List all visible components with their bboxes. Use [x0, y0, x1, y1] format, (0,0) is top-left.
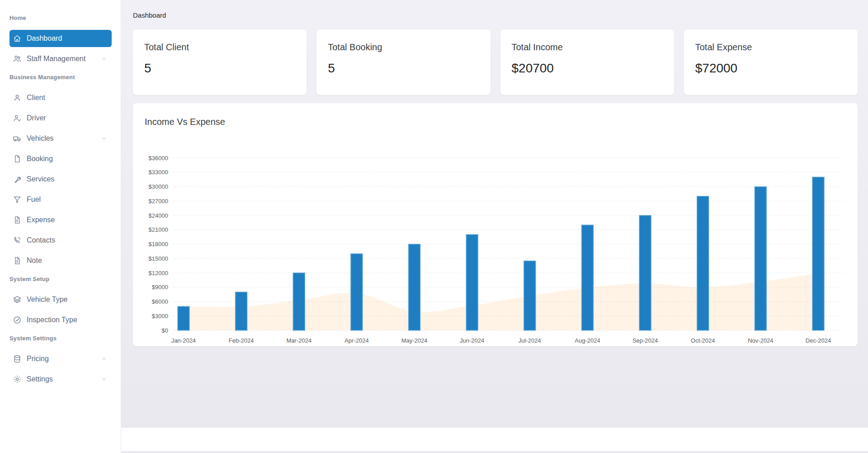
bar-jun-2024 [466, 234, 478, 330]
sidebar-item-services[interactable]: Services [9, 171, 112, 188]
chevron-down-icon [101, 135, 107, 142]
sidebar-item-label: Dashboard [27, 34, 62, 43]
sidebar-section-system-setup: System Setup [9, 276, 111, 283]
x-axis-tick: Jun-2024 [460, 337, 484, 344]
sidebar-item-vehicles[interactable]: Vehicles [9, 130, 112, 147]
y-axis-tick: $12000 [149, 270, 168, 277]
sidebar-item-label: Settings [27, 375, 53, 384]
sidebar-item-label: Staff Management [27, 54, 85, 63]
stat-card-title: Total Booking [328, 41, 479, 53]
vehicle-type-icon [13, 295, 22, 304]
y-axis-tick: $3000 [152, 313, 168, 319]
x-axis-tick: Jul-2024 [519, 337, 541, 344]
sidebar: HomeDashboardStaff ManagementBusiness Ma… [0, 0, 121, 453]
sidebar-item-dashboard[interactable]: Dashboard [9, 30, 112, 47]
sidebar-item-booking[interactable]: Booking [9, 150, 112, 167]
sidebar-item-fuel[interactable]: Fuel [9, 191, 112, 208]
bar-dec-2024 [812, 177, 824, 330]
sidebar-item-staff-management[interactable]: Staff Management [9, 50, 112, 67]
contacts-icon [13, 236, 22, 245]
bar-sep-2024 [639, 215, 651, 330]
bar-jul-2024 [524, 261, 536, 331]
sidebar-section-home: Home [9, 14, 111, 22]
y-axis-tick: $18000 [149, 241, 168, 248]
main-content: Dashboard Total Client5Total Booking5Tot… [121, 0, 868, 453]
sidebar-item-label: Services [27, 175, 54, 184]
bar-feb-2024 [236, 292, 247, 330]
staff-icon [13, 54, 22, 63]
y-axis-tick: $27000 [149, 198, 168, 205]
stat-card-value: 5 [144, 59, 295, 77]
x-axis-tick: May-2024 [401, 337, 428, 344]
home-icon [13, 34, 22, 43]
sidebar-item-note[interactable]: Note [9, 252, 112, 269]
stat-card-value: $72000 [695, 59, 846, 77]
sidebar-section-business-management: Business Management [9, 74, 111, 81]
stat-card-total-booking: Total Booking5 [316, 29, 490, 95]
income-vs-expense-chart: $0$3000$6000$9000$12000$15000$18000$2100… [145, 140, 846, 350]
note-icon [13, 256, 22, 265]
y-axis-tick: $9000 [152, 284, 168, 291]
page-title: Dashboard [133, 11, 858, 19]
chart-title: Income Vs Expense [145, 115, 846, 129]
sidebar-item-label: Booking [27, 154, 53, 163]
chart-card: Income Vs Expense $0$3000$6000$9000$1200… [133, 103, 858, 346]
bar-mar-2024 [293, 273, 305, 330]
sidebar-item-label: Vehicle Type [27, 295, 67, 304]
client-icon [13, 93, 22, 102]
y-axis-tick: $15000 [149, 255, 168, 262]
expense-icon [13, 215, 22, 224]
bar-aug-2024 [582, 225, 594, 330]
y-axis-tick: $24000 [149, 212, 168, 219]
x-axis-tick: Aug-2024 [575, 337, 600, 344]
stat-card-total-client: Total Client5 [133, 29, 307, 95]
x-axis-tick: Sep-2024 [632, 337, 658, 344]
sidebar-item-label: Pricing [27, 354, 49, 363]
sidebar-item-settings[interactable]: Settings [9, 371, 112, 388]
bar-nov-2024 [755, 187, 766, 331]
settings-icon [13, 375, 22, 384]
services-icon [13, 175, 22, 184]
sidebar-item-label: Client [27, 93, 45, 102]
y-axis-tick: $36000 [149, 155, 168, 162]
pricing-icon [13, 354, 22, 363]
stat-card-total-income: Total Income$20700 [500, 29, 674, 95]
chart-svg: $0$3000$6000$9000$12000$15000$18000$2100… [145, 140, 845, 348]
sidebar-item-inspection-type[interactable]: Inspection Type [9, 311, 112, 329]
sidebar-item-label: Vehicles [27, 134, 54, 143]
bar-jan-2024 [178, 306, 189, 330]
sidebar-section-system-settings: System Settings [9, 335, 111, 342]
chevron-down-icon [101, 56, 107, 62]
sidebar-item-label: Inspection Type [27, 315, 77, 324]
sidebar-item-pricing[interactable]: Pricing [9, 350, 112, 367]
y-axis-tick: $33000 [149, 169, 168, 176]
stat-card-value: $20700 [512, 59, 663, 77]
sidebar-item-vehicle-type[interactable]: Vehicle Type [9, 291, 112, 308]
y-axis-tick: $30000 [149, 183, 168, 190]
sidebar-item-label: Fuel [27, 195, 41, 204]
area-series [184, 273, 818, 330]
x-axis-tick: Apr-2024 [344, 337, 368, 344]
sidebar-item-contacts[interactable]: Contacts [9, 232, 112, 249]
sidebar-item-label: Driver [27, 114, 46, 123]
driver-icon [13, 114, 22, 123]
sidebar-item-driver[interactable]: Driver [9, 110, 112, 127]
sidebar-item-expense[interactable]: Expense [9, 211, 112, 229]
y-axis-tick: $0 [162, 327, 168, 334]
stat-card-total-expense: Total Expense$72000 [684, 29, 858, 95]
sidebar-item-label: Contacts [27, 236, 55, 245]
stats-row: Total Client5Total Booking5Total Income$… [133, 29, 858, 95]
bar-oct-2024 [697, 196, 709, 330]
sidebar-item-client[interactable]: Client [9, 89, 112, 106]
x-axis-tick: Jan-2024 [171, 337, 196, 344]
x-axis-tick: Mar-2024 [286, 337, 311, 344]
bar-may-2024 [409, 244, 420, 331]
stat-card-title: Total Income [512, 41, 663, 53]
chevron-down-icon [101, 376, 107, 382]
footer [121, 428, 868, 451]
inspection-type-icon [13, 315, 22, 324]
vehicles-icon [13, 134, 22, 143]
sidebar-item-label: Expense [27, 215, 55, 224]
y-axis-tick: $6000 [152, 298, 168, 305]
stat-card-title: Total Client [144, 41, 295, 53]
